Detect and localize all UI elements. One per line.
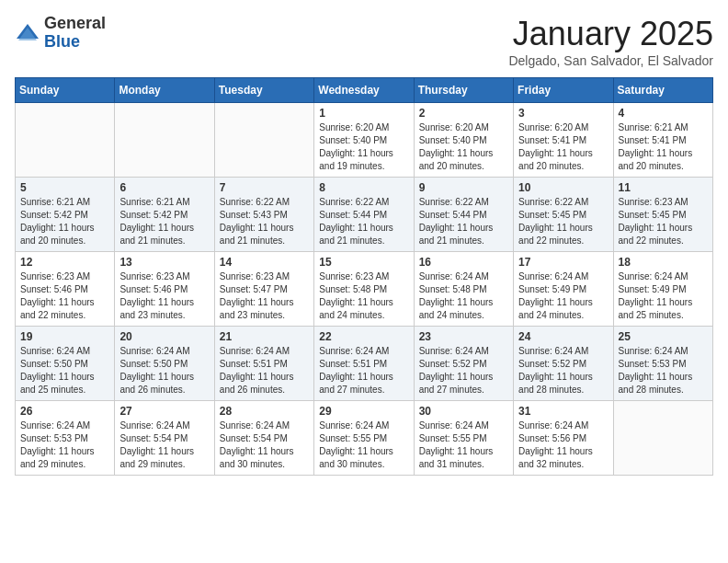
day-number: 2 <box>419 107 508 120</box>
calendar-cell <box>214 103 313 178</box>
weekday-header-wednesday: Wednesday <box>314 78 414 103</box>
day-info: Sunrise: 6:24 AM Sunset: 5:52 PM Dayligh… <box>518 345 608 396</box>
weekday-header-sunday: Sunday <box>16 78 115 103</box>
location-subtitle: Delgado, San Salvador, El Salvador <box>508 53 713 68</box>
day-number: 20 <box>119 330 209 343</box>
calendar-cell: 28Sunrise: 6:24 AM Sunset: 5:54 PM Dayli… <box>214 401 313 476</box>
day-info: Sunrise: 6:24 AM Sunset: 5:55 PM Dayligh… <box>319 419 408 471</box>
day-number: 24 <box>518 330 608 343</box>
calendar-cell: 12Sunrise: 6:23 AM Sunset: 5:46 PM Dayli… <box>16 252 115 327</box>
day-number: 23 <box>419 330 508 343</box>
calendar-table: SundayMondayTuesdayWednesdayThursdayFrid… <box>15 77 713 476</box>
day-info: Sunrise: 6:23 AM Sunset: 5:46 PM Dayligh… <box>20 270 109 322</box>
calendar-cell: 6Sunrise: 6:21 AM Sunset: 5:42 PM Daylig… <box>115 178 214 252</box>
weekday-header-row: SundayMondayTuesdayWednesdayThursdayFrid… <box>16 78 713 103</box>
weekday-header-thursday: Thursday <box>414 78 513 103</box>
calendar-cell: 7Sunrise: 6:22 AM Sunset: 5:43 PM Daylig… <box>214 178 313 252</box>
calendar-cell: 8Sunrise: 6:22 AM Sunset: 5:44 PM Daylig… <box>314 178 414 252</box>
day-info: Sunrise: 6:20 AM Sunset: 5:40 PM Dayligh… <box>319 121 408 173</box>
day-info: Sunrise: 6:24 AM Sunset: 5:53 PM Dayligh… <box>619 345 708 396</box>
month-title: January 2025 <box>508 15 713 53</box>
day-number: 15 <box>319 256 408 269</box>
calendar-week-row: 1Sunrise: 6:20 AM Sunset: 5:40 PM Daylig… <box>16 103 713 178</box>
title-area: January 2025 Delgado, San Salvador, El S… <box>508 15 713 68</box>
calendar-cell: 23Sunrise: 6:24 AM Sunset: 5:52 PM Dayli… <box>414 327 513 401</box>
calendar-week-row: 19Sunrise: 6:24 AM Sunset: 5:50 PM Dayli… <box>16 327 713 401</box>
day-info: Sunrise: 6:24 AM Sunset: 5:51 PM Dayligh… <box>319 345 408 396</box>
calendar-cell: 25Sunrise: 6:24 AM Sunset: 5:53 PM Dayli… <box>613 327 712 401</box>
day-number: 18 <box>619 256 708 269</box>
day-info: Sunrise: 6:24 AM Sunset: 5:54 PM Dayligh… <box>119 419 209 471</box>
day-number: 8 <box>319 181 408 194</box>
calendar-cell: 29Sunrise: 6:24 AM Sunset: 5:55 PM Dayli… <box>314 401 414 476</box>
day-info: Sunrise: 6:20 AM Sunset: 5:40 PM Dayligh… <box>419 121 508 173</box>
weekday-header-saturday: Saturday <box>613 78 712 103</box>
calendar-week-row: 5Sunrise: 6:21 AM Sunset: 5:42 PM Daylig… <box>16 178 713 252</box>
day-number: 26 <box>20 405 109 418</box>
day-info: Sunrise: 6:24 AM Sunset: 5:50 PM Dayligh… <box>119 345 209 396</box>
day-info: Sunrise: 6:22 AM Sunset: 5:45 PM Dayligh… <box>518 196 608 247</box>
logo: General Blue <box>15 15 106 52</box>
day-number: 28 <box>220 405 309 418</box>
calendar-cell: 13Sunrise: 6:23 AM Sunset: 5:46 PM Dayli… <box>115 252 214 327</box>
calendar-cell: 18Sunrise: 6:24 AM Sunset: 5:49 PM Dayli… <box>613 252 712 327</box>
calendar-cell: 30Sunrise: 6:24 AM Sunset: 5:55 PM Dayli… <box>414 401 513 476</box>
day-info: Sunrise: 6:24 AM Sunset: 5:49 PM Dayligh… <box>619 270 708 322</box>
day-info: Sunrise: 6:24 AM Sunset: 5:49 PM Dayligh… <box>518 270 608 322</box>
day-info: Sunrise: 6:24 AM Sunset: 5:52 PM Dayligh… <box>419 345 508 396</box>
day-number: 21 <box>220 330 309 343</box>
calendar-cell: 14Sunrise: 6:23 AM Sunset: 5:47 PM Dayli… <box>214 252 313 327</box>
day-info: Sunrise: 6:24 AM Sunset: 5:56 PM Dayligh… <box>518 419 608 471</box>
day-info: Sunrise: 6:22 AM Sunset: 5:44 PM Dayligh… <box>419 196 508 247</box>
day-info: Sunrise: 6:23 AM Sunset: 5:45 PM Dayligh… <box>619 196 708 247</box>
day-number: 4 <box>619 107 708 120</box>
day-number: 10 <box>518 181 608 194</box>
day-number: 29 <box>319 405 408 418</box>
calendar-cell: 21Sunrise: 6:24 AM Sunset: 5:51 PM Dayli… <box>214 327 313 401</box>
day-info: Sunrise: 6:23 AM Sunset: 5:48 PM Dayligh… <box>319 270 408 322</box>
weekday-header-friday: Friday <box>514 78 613 103</box>
day-info: Sunrise: 6:24 AM Sunset: 5:55 PM Dayligh… <box>419 419 508 471</box>
logo-general-text: General <box>44 15 106 33</box>
calendar-week-row: 26Sunrise: 6:24 AM Sunset: 5:53 PM Dayli… <box>16 401 713 476</box>
logo-icon <box>15 20 40 46</box>
day-number: 30 <box>419 405 508 418</box>
logo-blue-text: Blue <box>44 33 106 52</box>
weekday-header-tuesday: Tuesday <box>214 78 313 103</box>
day-number: 1 <box>319 107 408 120</box>
day-number: 6 <box>119 181 209 194</box>
day-number: 19 <box>20 330 109 343</box>
calendar-cell: 31Sunrise: 6:24 AM Sunset: 5:56 PM Dayli… <box>514 401 613 476</box>
day-info: Sunrise: 6:23 AM Sunset: 5:46 PM Dayligh… <box>119 270 209 322</box>
day-number: 3 <box>518 107 608 120</box>
day-number: 16 <box>419 256 508 269</box>
page-header: General Blue January 2025 Delgado, San S… <box>15 15 713 68</box>
calendar-cell: 20Sunrise: 6:24 AM Sunset: 5:50 PM Dayli… <box>115 327 214 401</box>
day-number: 22 <box>319 330 408 343</box>
calendar-cell: 2Sunrise: 6:20 AM Sunset: 5:40 PM Daylig… <box>414 103 513 178</box>
day-info: Sunrise: 6:24 AM Sunset: 5:53 PM Dayligh… <box>20 419 109 471</box>
day-number: 9 <box>419 181 508 194</box>
calendar-cell: 11Sunrise: 6:23 AM Sunset: 5:45 PM Dayli… <box>613 178 712 252</box>
day-number: 31 <box>518 405 608 418</box>
calendar-cell: 22Sunrise: 6:24 AM Sunset: 5:51 PM Dayli… <box>314 327 414 401</box>
day-number: 27 <box>119 405 209 418</box>
day-info: Sunrise: 6:21 AM Sunset: 5:42 PM Dayligh… <box>119 196 209 247</box>
calendar-cell: 9Sunrise: 6:22 AM Sunset: 5:44 PM Daylig… <box>414 178 513 252</box>
day-info: Sunrise: 6:20 AM Sunset: 5:41 PM Dayligh… <box>518 121 608 173</box>
calendar-cell: 10Sunrise: 6:22 AM Sunset: 5:45 PM Dayli… <box>514 178 613 252</box>
day-number: 5 <box>20 181 109 194</box>
day-info: Sunrise: 6:24 AM Sunset: 5:48 PM Dayligh… <box>419 270 508 322</box>
calendar-week-row: 12Sunrise: 6:23 AM Sunset: 5:46 PM Dayli… <box>16 252 713 327</box>
calendar-cell: 4Sunrise: 6:21 AM Sunset: 5:41 PM Daylig… <box>613 103 712 178</box>
day-info: Sunrise: 6:24 AM Sunset: 5:51 PM Dayligh… <box>220 345 309 396</box>
day-info: Sunrise: 6:22 AM Sunset: 5:43 PM Dayligh… <box>220 196 309 247</box>
day-number: 14 <box>220 256 309 269</box>
calendar-cell <box>16 103 115 178</box>
day-number: 12 <box>20 256 109 269</box>
calendar-cell: 24Sunrise: 6:24 AM Sunset: 5:52 PM Dayli… <box>514 327 613 401</box>
calendar-cell: 15Sunrise: 6:23 AM Sunset: 5:48 PM Dayli… <box>314 252 414 327</box>
calendar-cell: 27Sunrise: 6:24 AM Sunset: 5:54 PM Dayli… <box>115 401 214 476</box>
day-number: 17 <box>518 256 608 269</box>
day-number: 11 <box>619 181 708 194</box>
